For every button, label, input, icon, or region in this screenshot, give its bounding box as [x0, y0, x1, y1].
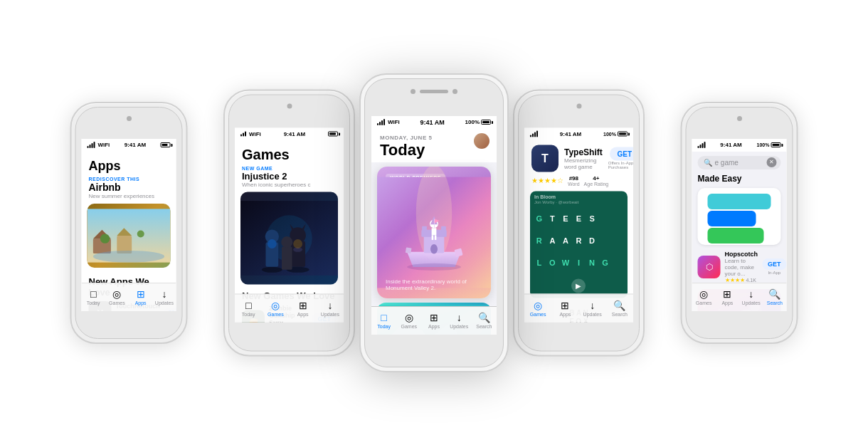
tab-updates-label-c: Updates [450, 324, 468, 329]
tab-games-2l[interactable]: ◎ Games [262, 300, 289, 317]
today-avatar[interactable] [474, 133, 489, 149]
rank-category: Word [568, 181, 580, 186]
age-info: 4+ Age Rating [584, 174, 609, 186]
svg-rect-32 [432, 228, 437, 235]
games-icon-2r: ◎ [534, 300, 542, 311]
hopscotch-get-button[interactable]: GET [762, 258, 786, 270]
tab-today-2l[interactable]: □ Today [235, 300, 262, 317]
card-subtitle: Inside the extraordinary world of Monume… [386, 278, 482, 291]
word-grid: In Bloom Jon Worby · @worbeait G T E E S… [530, 191, 628, 298]
rank-number: #98 [569, 174, 578, 181]
today-icon-2l: □ [245, 300, 251, 311]
today-icon-fl: □ [90, 288, 96, 300]
tab-games-c[interactable]: ◎ Games [396, 312, 421, 329]
tab-apps-2l[interactable]: ⊞ Apps [290, 300, 317, 317]
tab-apps-c[interactable]: ⊞ Apps [421, 312, 446, 329]
rank-info: #98 Word [568, 174, 580, 186]
hopscotch-in-app: In-App [768, 271, 780, 275]
tab-apps-2r[interactable]: ⊞ Apps [551, 300, 578, 317]
typeshift-actions: GET Offers In-App Purchases ··· [608, 147, 633, 169]
camera-fright [737, 116, 742, 121]
play-button-icon[interactable]: ▶ [571, 278, 586, 293]
letter-a2: A [559, 230, 572, 251]
hopscotch-get: GET In-App [762, 258, 786, 275]
games-icon-fl: ◎ [112, 288, 121, 300]
search-icon-fr: 🔍 [768, 288, 780, 300]
tab-games-fr[interactable]: ◎ Games [692, 288, 716, 305]
letter-a1: A [546, 230, 559, 251]
time-2right: 9:41 AM [560, 131, 581, 137]
svg-point-40 [407, 263, 461, 270]
letter-x2 [612, 230, 625, 251]
apps-title: Apps [82, 152, 176, 177]
today-header: MONDAY, JUNE 5 Today [371, 129, 497, 162]
play-button-row[interactable]: ▶ [533, 273, 625, 295]
airbnb-name: Airbnb [82, 182, 176, 193]
letter-pl: L [533, 252, 546, 273]
typeshift-get-button[interactable]: GET [610, 147, 633, 161]
svg-rect-29 [441, 226, 446, 231]
tab-today-c[interactable]: □ Today [371, 312, 396, 329]
in-app-label: Offers In-App Purchases [608, 161, 633, 169]
phone-far-left: WiFi 9:41 AM Apps REDISCOVER THIS Airbnb… [70, 102, 188, 344]
tab-games-fl[interactable]: ◎ Games [105, 288, 129, 305]
hopscotch-name: Hopscotch [725, 251, 758, 258]
tab-updates-fl[interactable]: ↓ Updates [152, 288, 176, 305]
games-new-badge: NEW GAME [242, 165, 337, 170]
tab-updates-label-2r: Updates [583, 312, 602, 317]
tab-bar-2right: ◎ Games ⊞ Apps ↓ Updates 🔍 Search [524, 293, 633, 322]
letter-xx [612, 252, 625, 273]
svg-point-30 [430, 244, 438, 253]
clear-search-button[interactable]: ✕ [767, 157, 777, 167]
apps-icon-c: ⊞ [430, 312, 438, 323]
tab-updates-2l[interactable]: ↓ Updates [317, 300, 344, 317]
tab-apps-label-2r: Apps [559, 312, 571, 317]
puzzle-author: Jon Worby · @worbeait [534, 199, 578, 204]
colorful-bars-panel [698, 188, 781, 245]
tab-today-fl[interactable]: □ Today [82, 288, 105, 305]
today-date: MONDAY, JUNE 5 [380, 135, 488, 141]
tab-search-2r[interactable]: 🔍 Search [606, 300, 633, 317]
letter-w: E [573, 208, 586, 229]
tab-search-c[interactable]: 🔍 Search [472, 312, 497, 329]
letter-gx: G [599, 252, 612, 273]
letter-p: G [533, 208, 546, 229]
games-icon-c: ◎ [405, 312, 413, 323]
updates-icon-fl: ↓ [162, 288, 166, 300]
injustice-hero [240, 192, 338, 284]
search-bar[interactable]: 🔍 e game ✕ [698, 156, 781, 169]
tab-updates-label-fr: Updates [742, 300, 761, 305]
rediscover-badge: REDISCOVER THIS [82, 177, 176, 182]
typeshift-header-row: T TypeShift Mesmerizing word game GET Of… [524, 140, 633, 174]
tab-bar-fright: ◎ Games ⊞ Apps ↓ Updates 🔍 Search [692, 283, 787, 311]
tab-updates-c[interactable]: ↓ Updates [447, 312, 472, 329]
svg-rect-33 [432, 235, 434, 240]
letter-in: I [573, 252, 586, 273]
tab-games-label-2r: Games [530, 312, 546, 317]
tab-apps-label-2l: Apps [297, 312, 309, 317]
tab-updates-label-2l: Updates [321, 312, 339, 317]
tab-apps-fr[interactable]: ⊞ Apps [716, 288, 739, 305]
letter-grid-inner: G T E E S R A A R D [533, 208, 625, 295]
svg-point-7 [137, 230, 144, 237]
today-main-card[interactable]: WORLD PREMIERE The Art of the Impossible [377, 167, 491, 298]
games-header: Games [235, 140, 344, 165]
bar-teal [708, 194, 771, 209]
bar-blue [708, 211, 756, 226]
tab-updates-2r[interactable]: ↓ Updates [579, 300, 606, 317]
search-text: e game [715, 159, 739, 167]
tab-games-2r[interactable]: ◎ Games [524, 300, 551, 317]
svg-rect-28 [422, 226, 427, 231]
status-bar-2left: WiFi 9:41 AM [235, 127, 344, 140]
letter-g [612, 208, 625, 229]
tab-bar-center: □ Today ◎ Games ⊞ Apps ↓ Updates [371, 306, 497, 335]
tab-updates-fr[interactable]: ↓ Updates [739, 288, 763, 305]
letter-d: D [586, 230, 598, 251]
speaker-center [420, 90, 448, 93]
letter-ow: O [546, 252, 559, 273]
tab-apps-fl[interactable]: ⊞ Apps [129, 288, 152, 305]
time-center: 9:41 AM [420, 119, 445, 126]
today-icon-c: □ [381, 312, 386, 323]
tab-search-fr[interactable]: 🔍 Search [763, 288, 786, 305]
svg-rect-36 [434, 219, 435, 228]
